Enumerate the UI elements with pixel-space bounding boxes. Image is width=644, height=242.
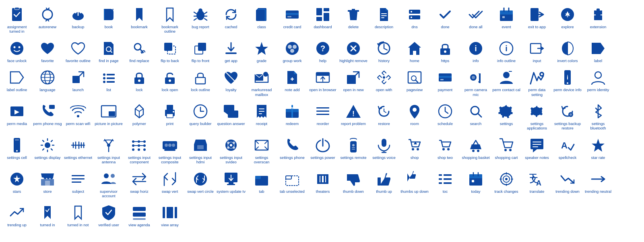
icon-item-toc[interactable]: toc xyxy=(430,168,460,202)
icon-item-explore[interactable]: explore xyxy=(552,3,583,37)
icon-item-class[interactable]: class xyxy=(246,3,277,37)
icon-item-shopping-cart[interactable]: shopping cart xyxy=(491,134,522,168)
icon-item-backup[interactable]: backup xyxy=(63,3,93,37)
icon-item-redeem[interactable]: redeem xyxy=(277,100,308,134)
icon-item-event[interactable]: event xyxy=(491,3,522,37)
icon-item-settings-input-hdmi[interactable]: settings input hdmi xyxy=(185,134,216,168)
icon-item-shopping-basket[interactable]: shopping basket xyxy=(460,134,491,168)
icon-item-open-in-browser[interactable]: open in browser xyxy=(308,66,338,100)
icon-item-launch[interactable]: launch xyxy=(63,66,93,100)
icon-item-supervisor-account[interactable]: supervisor account xyxy=(93,168,124,202)
icon-item-print[interactable]: print xyxy=(155,100,185,134)
icon-item-cached[interactable]: cached xyxy=(216,3,246,37)
icon-item-favorite[interactable]: favorite xyxy=(32,37,63,66)
icon-item-dashboard[interactable]: dashboard xyxy=(308,3,338,37)
icon-item-shop-two[interactable]: shop two xyxy=(430,134,460,168)
icon-item-label-outline[interactable]: label outline xyxy=(2,66,32,100)
icon-item-search[interactable]: search xyxy=(460,100,491,134)
icon-item-description[interactable]: description xyxy=(369,3,399,37)
icon-item-get-app[interactable]: get app xyxy=(216,37,246,66)
icon-item-tab-unselected[interactable]: tab unselected xyxy=(277,168,308,202)
icon-item-extension[interactable]: extension xyxy=(583,3,613,37)
icon-item-settings-phone[interactable]: settings phone xyxy=(277,134,308,168)
icon-item-translate[interactable]: 文Atranslate xyxy=(522,168,552,202)
icon-item-receipt[interactable]: receipt xyxy=(246,100,277,134)
icon-item-lock-outline[interactable]: lock outline xyxy=(185,66,216,100)
icon-item-bookmark-outline[interactable]: bookmark outline xyxy=(155,3,185,37)
icon-item-schedule[interactable]: schedule xyxy=(430,100,460,134)
icon-item-settings-backup-restore[interactable]: settings backup restore xyxy=(552,100,583,134)
icon-item-https[interactable]: https xyxy=(430,37,460,66)
icon-item-perm-identity[interactable]: perm identity xyxy=(583,66,613,100)
icon-item-star-rate[interactable]: star rate xyxy=(583,134,613,168)
icon-item-loyalty[interactable]: loyalty xyxy=(216,66,246,100)
icon-item-help[interactable]: ?help xyxy=(308,37,338,66)
icon-item-restore[interactable]: restore xyxy=(369,100,399,134)
icon-item-find-in-page[interactable]: find in page xyxy=(93,37,124,66)
icon-item-subject[interactable]: subject xyxy=(63,168,93,202)
icon-item-polymer[interactable]: polymer xyxy=(124,100,155,134)
icon-item-highlight-remove[interactable]: highlight remove xyxy=(338,37,369,66)
icon-item-room[interactable]: room xyxy=(399,100,430,134)
icon-item-settings-voice[interactable]: settings voice xyxy=(369,134,399,168)
icon-item-face-unlock[interactable]: face unlock xyxy=(2,37,32,66)
icon-item-settings-input-svideo[interactable]: settings input svideo xyxy=(216,134,246,168)
icon-item-view-agenda[interactable]: view agenda xyxy=(124,201,155,230)
icon-item-track-changes[interactable]: track changes xyxy=(491,168,522,202)
icon-item-turned-in[interactable]: turned in xyxy=(32,201,63,230)
icon-item-done-all[interactable]: done all xyxy=(460,3,491,37)
icon-item-settings-display[interactable]: settings display xyxy=(32,134,63,168)
icon-item-perm-contact-cal[interactable]: perm contact cal xyxy=(491,66,522,100)
icon-item-settings[interactable]: settings xyxy=(491,100,522,134)
icon-item-credit-card[interactable]: credit card xyxy=(277,3,308,37)
icon-item-favorite-outline[interactable]: favorite outline xyxy=(63,37,93,66)
icon-item-lock[interactable]: lock xyxy=(124,66,155,100)
icon-item-settings-ethernet[interactable]: settings ethernet xyxy=(63,134,93,168)
icon-item-language[interactable]: language xyxy=(32,66,63,100)
icon-item-stars[interactable]: stars xyxy=(2,168,32,202)
icon-item-report-problem[interactable]: !report problem xyxy=(338,100,369,134)
icon-item-settings-bluetooth[interactable]: settings bluetooth xyxy=(583,100,613,134)
icon-item-pageview[interactable]: pageview xyxy=(399,66,430,100)
icon-item-note-add[interactable]: note add xyxy=(277,66,308,100)
icon-item-system-update-tv[interactable]: system update tv xyxy=(216,168,246,202)
icon-item-bookmark[interactable]: bookmark xyxy=(124,3,155,37)
icon-item-query-builder[interactable]: query builder xyxy=(185,100,216,134)
icon-item-label[interactable]: label xyxy=(583,37,613,66)
icon-item-bug-report[interactable]: bug report xyxy=(185,3,216,37)
icon-item-open-with[interactable]: open with xyxy=(369,66,399,100)
icon-item-info-outline[interactable]: iinfo outline xyxy=(491,37,522,66)
icon-item-question-answer[interactable]: question answer xyxy=(216,100,246,134)
icon-item-history[interactable]: history xyxy=(369,37,399,66)
icon-item-thumbs-up-down[interactable]: thumbs up down xyxy=(399,168,430,202)
icon-item-settings-applications[interactable]: settings applications xyxy=(522,100,552,134)
icon-item-payment[interactable]: payment xyxy=(430,66,460,100)
icon-item-perm-data-setting[interactable]: perm data setting xyxy=(522,66,552,100)
icon-item-spellcheck[interactable]: Aspellcheck xyxy=(552,134,583,168)
icon-item-assignment-turned-in[interactable]: assignment turned in xyxy=(2,3,32,37)
icon-item-markunread-mailbox[interactable]: markunread mailbox xyxy=(246,66,277,100)
icon-item-perm-phone-msg[interactable]: perm phone msg xyxy=(32,100,63,134)
icon-item-speaker-notes[interactable]: speaker notes xyxy=(522,134,552,168)
icon-item-turned-in-not[interactable]: turned in not xyxy=(63,201,93,230)
icon-item-exit-to-app[interactable]: exit to app xyxy=(522,3,552,37)
icon-item-open-in-new[interactable]: open in new xyxy=(338,66,369,100)
icon-item-swap-horiz[interactable]: swap horiz xyxy=(124,168,155,202)
icon-item-perm-scan-wifi[interactable]: perm scan wifi xyxy=(63,100,93,134)
icon-item-trending-down[interactable]: trending down xyxy=(552,168,583,202)
icon-item-home[interactable]: home xyxy=(399,37,430,66)
icon-item-view-array[interactable]: view array xyxy=(155,201,185,230)
icon-item-verified-user[interactable]: verified user xyxy=(93,201,124,230)
icon-item-settings-cell[interactable]: settings cell xyxy=(2,134,32,168)
icon-item-invert-colors[interactable]: invert colors xyxy=(552,37,583,66)
icon-item-flip-to-front[interactable]: flip to front xyxy=(185,37,216,66)
icon-item-thumb-up[interactable]: thumb up xyxy=(369,168,399,202)
icon-item-store[interactable]: store xyxy=(32,168,63,202)
icon-item-tab[interactable]: tab xyxy=(246,168,277,202)
icon-item-delete[interactable]: delete xyxy=(338,3,369,37)
icon-item-trending-neutral[interactable]: trending neutral xyxy=(583,168,613,202)
icon-item-today[interactable]: today xyxy=(460,168,491,202)
icon-item-swap-vert[interactable]: swap vert xyxy=(155,168,185,202)
icon-item-picture-in-picture[interactable]: picture in picture xyxy=(93,100,124,134)
icon-item-settings-remote[interactable]: settings remote xyxy=(338,134,369,168)
